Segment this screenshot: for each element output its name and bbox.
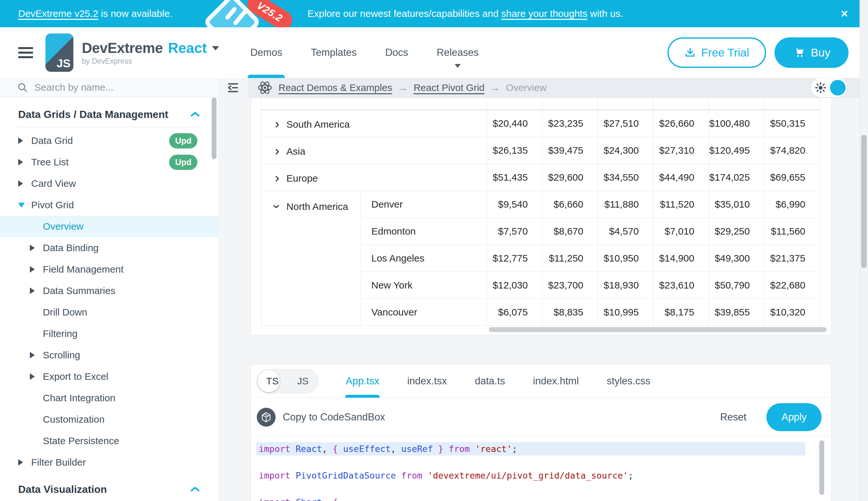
chevron-collapsed-icon[interactable]: › — [275, 117, 279, 131]
collapsed-triangle-icon[interactable] — [30, 373, 43, 380]
ts-js-toggle[interactable]: TS JS — [257, 369, 318, 393]
chevron-up-icon[interactable] — [190, 111, 200, 118]
codesandbox-icon[interactable] — [257, 408, 276, 427]
theme-toggle-knob[interactable] — [830, 80, 846, 96]
banner-version-link[interactable]: DevExtreme v25.2 — [18, 8, 98, 19]
pivot-group-cell-collapsed[interactable]: ›Europe — [261, 164, 487, 191]
pivot-group-cell-collapsed[interactable]: ›South America — [261, 110, 487, 137]
pivot-partial-row — [261, 98, 820, 110]
code-token: PivotGridDataSource — [296, 470, 396, 481]
pivot-group-cell-expanded[interactable]: ›North America — [261, 191, 361, 326]
copy-to-codesandbox-label[interactable]: Copy to CodeSandBox — [283, 411, 385, 423]
code-scrollbar[interactable] — [819, 440, 824, 495]
pivot-horizontal-scrollbar[interactable] — [489, 327, 826, 332]
triangle-glyph — [18, 137, 23, 144]
triangle-glyph — [30, 288, 35, 294]
breadcrumb-link-pivot-grid[interactable]: React Pivot Grid — [414, 82, 484, 93]
pivot-value-cell: $11,880 — [598, 191, 653, 218]
code-panel-card: TS JS App.tsx index.tsx data.ts index.ht… — [251, 364, 832, 501]
sidebar-item-label: Field Management — [43, 264, 123, 275]
code-token: ; — [628, 470, 633, 481]
sidebar-item-tree-list[interactable]: Tree ListUpd — [0, 151, 218, 173]
chevron-expanded-icon[interactable]: › — [270, 204, 284, 208]
collapsed-triangle-icon[interactable] — [30, 288, 43, 294]
sidebar-item-drill-down[interactable]: Drill Down — [0, 301, 218, 323]
breadcrumb-link-demos[interactable]: React Demos & Examples — [278, 82, 392, 93]
sidebar-item-label: Scrolling — [43, 350, 80, 361]
pivot-city-cell: Denver — [361, 191, 487, 218]
pivot-value-cell — [598, 98, 653, 110]
expanded-triangle-icon[interactable] — [18, 203, 31, 207]
sidebar-item-overview[interactable]: Overview — [0, 216, 218, 237]
tab-index-html[interactable]: index.html — [533, 364, 579, 398]
pivot-value-cell: $29,250 — [709, 218, 765, 245]
framework-name[interactable]: React — [168, 40, 207, 56]
chevron-up-icon[interactable] — [190, 486, 200, 492]
sidebar-item-customization[interactable]: Customization — [0, 409, 218, 430]
share-thoughts-link[interactable]: share your thoughts — [501, 8, 587, 19]
free-trial-button[interactable]: Free Trial — [667, 38, 766, 68]
sidebar-item-data-summaries[interactable]: Data Summaries — [0, 280, 218, 301]
section-title: Data Grids / Data Management — [18, 108, 168, 120]
tab-styles-css[interactable]: styles.css — [607, 364, 650, 398]
tab-app-tsx[interactable]: App.tsx — [346, 364, 379, 398]
chevron-collapsed-icon[interactable]: › — [275, 143, 279, 158]
brand-block[interactable]: DevExtreme React by DevExpress — [82, 40, 219, 66]
nav-item-docs[interactable]: Docs — [385, 27, 408, 78]
collapsed-triangle-icon[interactable] — [30, 245, 43, 251]
sidebar-item-field-management[interactable]: Field Management — [0, 259, 218, 280]
triangle-glyph — [18, 459, 23, 466]
lang-option-js[interactable]: JS — [288, 370, 318, 393]
breadcrumb: React Demos & Examples → React Pivot Gri… — [248, 78, 859, 97]
sidebar-scrollbar[interactable] — [212, 97, 217, 159]
search-input[interactable] — [34, 82, 177, 93]
pivot-value-cell: $24,300 — [598, 137, 653, 164]
page-scrollbar-thumb[interactable] — [861, 135, 867, 268]
framework-dropdown-caret-icon[interactable] — [212, 46, 219, 54]
collapsed-triangle-icon[interactable] — [30, 352, 43, 358]
collapsed-triangle-icon[interactable] — [18, 459, 31, 466]
sidebar-item-card-view[interactable]: Card View — [0, 173, 218, 194]
collapsed-triangle-icon[interactable] — [18, 137, 31, 144]
collapse-sidebar-button[interactable] — [218, 78, 248, 97]
devextreme-js-logo[interactable]: JS — [45, 33, 73, 72]
apply-button[interactable]: Apply — [766, 403, 822, 431]
nav-item-templates[interactable]: Templates — [311, 27, 356, 78]
theme-toggle[interactable] — [811, 78, 847, 97]
sidebar-item-filter-builder[interactable]: Filter Builder — [0, 451, 218, 473]
hamburger-menu-icon[interactable] — [18, 47, 33, 58]
buy-button[interactable]: Buy — [774, 38, 848, 68]
pivot-grid-demo-card: ›South America$20,440$23,235$27,510$26,6… — [251, 97, 832, 335]
sidebar-item-scrolling[interactable]: Scrolling — [0, 344, 218, 366]
nav-item-releases[interactable]: Releases — [437, 27, 479, 78]
pivot-row: ›North AmericaDenver$9,540$6,660$11,880$… — [261, 191, 820, 218]
tab-data-ts[interactable]: data.ts — [475, 364, 505, 398]
collapsed-triangle-icon[interactable] — [18, 180, 31, 187]
brand-byline: by DevExpress — [82, 57, 219, 66]
pivot-value-cell: $8,835 — [542, 299, 598, 326]
sidebar-item-export-to-excel[interactable]: Export to Excel — [0, 366, 218, 387]
sidebar-item-pivot-grid[interactable]: Pivot Grid — [0, 194, 218, 216]
logo-js-text: JS — [56, 57, 70, 70]
sidebar-item-data-binding[interactable]: Data Binding — [0, 237, 218, 259]
pivot-group-cell-collapsed[interactable]: ›Asia — [261, 137, 487, 164]
collapsed-triangle-icon[interactable] — [30, 266, 43, 273]
sidebar-section-data-grids[interactable]: Data Grids / Data Management — [0, 102, 218, 127]
pivot-value-cell: $27,510 — [598, 110, 653, 137]
code-editor[interactable]: import React, { useEffect, useRef } from… — [251, 436, 831, 501]
lang-option-ts[interactable]: TS — [257, 370, 288, 393]
chevron-collapsed-icon[interactable]: › — [275, 171, 279, 185]
sidebar-item-filtering[interactable]: Filtering — [0, 323, 218, 344]
sidebar-section-data-visualization[interactable]: Data Visualization — [0, 477, 218, 501]
sidebar-item-state-persistence[interactable]: State Persistence — [0, 430, 218, 451]
code-lines: import React, { useEffect, useRef } from… — [251, 442, 831, 501]
nav-item-demos[interactable]: Demos — [250, 27, 282, 78]
sidebar-item-chart-integration[interactable]: Chart Integration — [0, 387, 218, 409]
code-token: import — [259, 497, 296, 501]
reset-button[interactable]: Reset — [720, 411, 746, 423]
tab-index-tsx[interactable]: index.tsx — [407, 364, 447, 398]
collapsed-triangle-icon[interactable] — [18, 159, 31, 166]
page-scrollbar-track[interactable] — [859, 0, 868, 501]
banner-close-icon[interactable]: ✕ — [840, 8, 848, 20]
sidebar-item-data-grid[interactable]: Data GridUpd — [0, 130, 218, 151]
